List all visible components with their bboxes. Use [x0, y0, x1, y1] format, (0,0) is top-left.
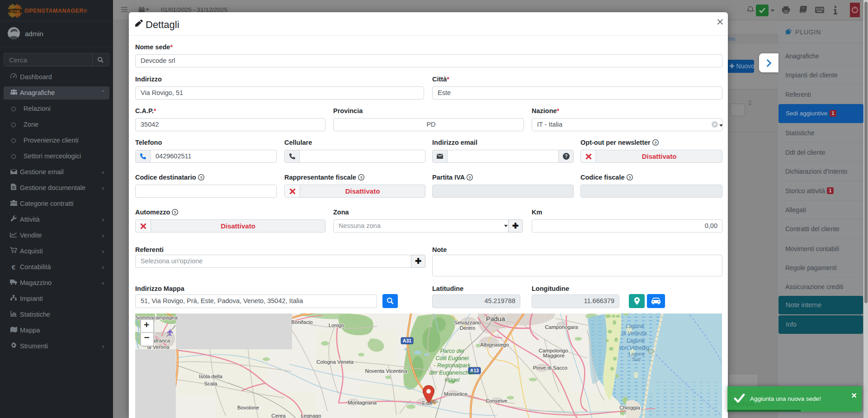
svg-text:der Euganeischen: der Euganeischen [429, 370, 475, 376]
svg-text:Monselice: Monselice [444, 391, 467, 397]
svg-text:?: ? [360, 176, 363, 180]
svg-text:?: ? [654, 141, 657, 145]
svg-text:Sud: Sud [632, 356, 641, 362]
svg-text:afranca: afranca [153, 338, 170, 343]
svg-text:Bonifacio: Bonifacio [291, 319, 312, 325]
svg-text:- Regionalpark: - Regionalpark [434, 362, 471, 369]
svg-text:Lonigo: Lonigo [329, 323, 344, 328]
svg-text:Dentro: Dentro [460, 325, 476, 331]
svg-text:Piove di Sacco: Piove di Sacco [533, 365, 567, 370]
svg-text:Laguna: Laguna [626, 323, 644, 329]
svg-text:Camponogara: Camponogara [545, 324, 578, 330]
svg-text:di Venezia: di Venezia [622, 330, 647, 337]
svg-text:Lagune: Lagune [627, 337, 645, 344]
svg-text:Albignasego: Albignasego [480, 342, 509, 347]
svg-text:A31: A31 [403, 338, 411, 343]
svg-text:Isola della: Isola della [199, 374, 222, 379]
svg-text:Legnago: Legnago [301, 413, 321, 418]
svg-text:?: ? [468, 176, 471, 180]
svg-text:Cologna Veneta: Cologna Veneta [316, 359, 354, 365]
svg-text:?: ? [174, 210, 177, 215]
svg-text:Scala: Scala [204, 381, 217, 386]
svg-text:Parco dei: Parco dei [440, 348, 465, 354]
svg-text:Montagnana: Montagnana [348, 400, 377, 405]
svg-text:Chioggia: Chioggia [619, 405, 640, 410]
svg-text:Padova: Padova [485, 314, 506, 315]
svg-text:Conselve: Conselve [486, 398, 507, 404]
svg-text:?: ? [628, 176, 631, 180]
svg-text:?: ? [565, 154, 567, 159]
svg-text:von Venedig: von Venedig [619, 345, 650, 351]
svg-text:Padua: Padua [486, 315, 505, 323]
svg-text:?: ? [200, 176, 203, 180]
svg-text:Maggiore: Maggiore [543, 353, 565, 358]
svg-text:Hügel: Hügel [445, 377, 460, 383]
svg-text:Laguna: Laguna [628, 351, 644, 356]
svg-text:Noventa Vicentina: Noventa Vicentina [365, 368, 407, 374]
svg-text:Cerea: Cerea [271, 413, 286, 418]
svg-text:Colli Euganei: Colli Euganei [435, 355, 469, 361]
svg-text:Selvazzano: Selvazzano [454, 320, 481, 325]
svg-text:Bovolone: Bovolone [237, 405, 259, 410]
